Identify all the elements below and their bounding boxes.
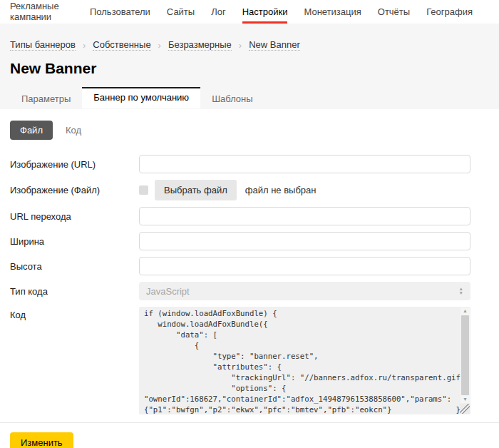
scroll-down-icon[interactable]: ▼ <box>463 396 468 403</box>
submit-button[interactable]: Изменить <box>10 432 73 448</box>
height-label: Высота <box>10 261 139 272</box>
choose-file-button[interactable]: Выбрать файл <box>155 180 237 200</box>
click-url-label: URL перехода <box>10 211 139 222</box>
mode-file-button[interactable]: Файл <box>10 121 53 140</box>
nav-item-monetization[interactable]: Монетизация <box>304 0 361 24</box>
file-status-text: файл не выбран <box>245 185 317 195</box>
click-url-input[interactable] <box>139 207 470 225</box>
form-row-code-type: Тип кода JavaScript ▲ ▼ <box>10 282 489 300</box>
code-scrollbar[interactable]: ▲ ▼ <box>461 307 470 403</box>
breadcrumb-new-banner[interactable]: New Banner <box>249 39 300 51</box>
breadcrumb-banner-types[interactable]: Типы баннеров <box>10 39 76 51</box>
width-input[interactable] <box>139 232 470 250</box>
breadcrumb-separator-icon: › <box>83 40 86 51</box>
page-header: Типы баннеров › Собственные › Безразмерн… <box>0 24 499 109</box>
nav-item-reports[interactable]: Отчёты <box>378 0 410 24</box>
breadcrumb-separator-icon: › <box>158 40 161 51</box>
top-navigation: Рекламные кампании Пользователи Сайты Ло… <box>0 0 499 24</box>
scroll-up-icon[interactable]: ▲ <box>463 307 468 315</box>
banner-mode-toggle: Файл Код <box>10 121 489 140</box>
form-row-height: Высота <box>10 257 489 275</box>
code-textarea[interactable]: if (window.loadAdFoxBundle) { window.loa… <box>139 307 470 414</box>
height-input[interactable] <box>139 257 470 275</box>
tab-templates[interactable]: Шаблоны <box>200 87 264 108</box>
tab-content: Файл Код Изображение (URL) Изображение (… <box>0 121 499 414</box>
width-label: Ширина <box>10 236 139 247</box>
form-row-code: Код if (window.loadAdFoxBundle) { window… <box>10 307 489 414</box>
nav-item-users[interactable]: Пользователи <box>90 0 150 24</box>
breadcrumb-separator-icon: › <box>239 40 242 51</box>
image-file-label: Изображение (Файл) <box>10 185 139 195</box>
breadcrumb: Типы баннеров › Собственные › Безразмерн… <box>10 24 489 51</box>
code-type-select[interactable]: JavaScript ▲ ▼ <box>139 282 470 300</box>
code-type-value: JavaScript <box>146 286 190 297</box>
tab-parameters[interactable]: Параметры <box>10 87 82 108</box>
code-type-label: Тип кода <box>10 286 139 297</box>
select-spinner-icon: ▲ ▼ <box>459 287 463 295</box>
tab-bar: Параметры Баннер по умолчанию Шаблоны <box>10 87 489 108</box>
image-file-checkbox[interactable] <box>139 185 148 195</box>
scrollbar-thumb[interactable] <box>461 315 469 395</box>
mode-code-button[interactable]: Код <box>66 125 81 136</box>
nav-item-log[interactable]: Лог <box>211 0 226 24</box>
resize-grip-icon[interactable] <box>460 404 470 414</box>
form-row-image-file: Изображение (Файл) Выбрать файл файл не … <box>10 180 489 200</box>
form-row-click-url: URL перехода <box>10 207 489 225</box>
nav-item-geography[interactable]: География <box>426 0 473 24</box>
breadcrumb-sizeless[interactable]: Безразмерные <box>168 39 232 51</box>
code-label: Код <box>10 307 139 320</box>
footer-actions: Изменить <box>0 423 499 448</box>
nav-item-sites[interactable]: Сайты <box>167 0 195 24</box>
code-content[interactable]: if (window.loadAdFoxBundle) { window.loa… <box>139 307 470 414</box>
breadcrumb-own[interactable]: Собственные <box>93 39 150 51</box>
page-title: New Banner <box>10 60 489 77</box>
image-url-label: Изображение (URL) <box>10 159 139 170</box>
form-row-width: Ширина <box>10 232 489 250</box>
image-url-input[interactable] <box>139 155 470 173</box>
form-row-image-url: Изображение (URL) <box>10 155 489 173</box>
nav-item-ad-campaigns[interactable]: Рекламные кампании <box>10 0 73 24</box>
tab-default-banner[interactable]: Баннер по умолчанию <box>82 87 200 108</box>
nav-item-settings[interactable]: Настройки <box>242 0 288 24</box>
